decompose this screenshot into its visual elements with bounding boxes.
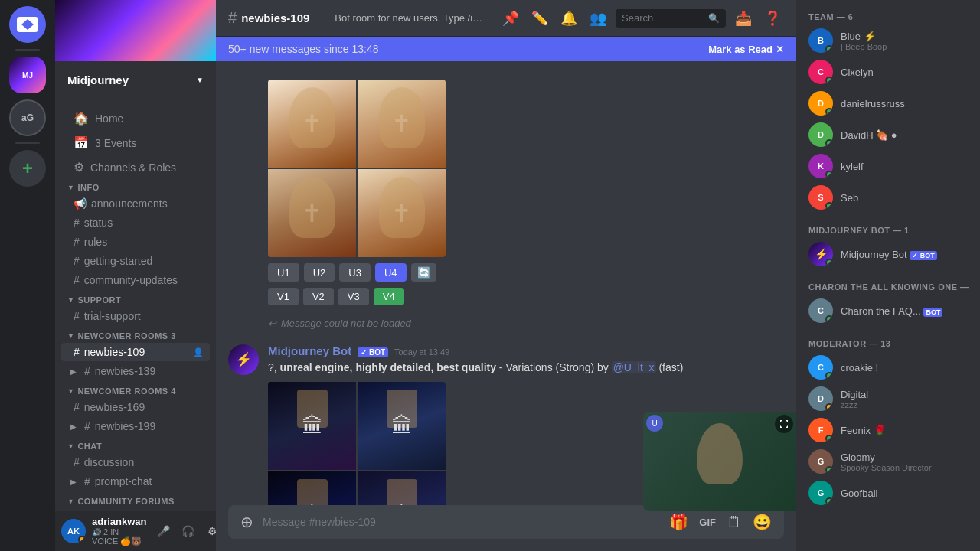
btn-v4-1[interactable]: V4 — [374, 288, 404, 305]
member-seb[interactable]: S Seb — [799, 182, 977, 213]
mark-as-read-button[interactable]: Mark as Read ✕ — [708, 44, 784, 55]
member-croakie-info: croakie ! — [841, 362, 971, 373]
charon-section-header: CHARON THE ALL KNOWING ONE — — [796, 270, 980, 295]
channel-newbies-199[interactable]: ▶ # newbies-199 — [61, 417, 210, 435]
current-user-avatar: AK — [61, 519, 86, 543]
search-icon: 🔍 — [708, 13, 720, 24]
edit-icon[interactable]: ✏️ — [528, 7, 551, 30]
user-controls: 🎤 🎧 ⚙ — [153, 520, 224, 542]
image-grid-fantasy — [268, 382, 446, 505]
btn-refresh-1[interactable]: 🔄 — [411, 263, 436, 282]
channel-community-updates[interactable]: # community-updates — [61, 271, 210, 289]
hash-icon-139: # — [84, 365, 90, 377]
member-daniel-info: danielrussruss — [841, 98, 971, 109]
nav-item-channels-roles[interactable]: ⚙ Channels & Roles — [61, 155, 210, 179]
nav-item-events[interactable]: 📅 3 Events — [61, 131, 210, 155]
right-sidebar: TEAM — 6 B Blue ⚡ | Beep Boop C Cixelyn … — [796, 0, 980, 551]
section-chat-header[interactable]: ▼ CHAT — [55, 439, 216, 452]
channel-newbies-109[interactable]: # newbies-109 👤 — [61, 343, 210, 361]
message-input[interactable] — [263, 516, 660, 528]
search-box[interactable]: 🔍 — [616, 9, 726, 28]
member-gloomy[interactable]: G Gloomy Spooky Season Director — [799, 446, 977, 477]
member-charon[interactable]: C Charon the FAQ... BOT — [799, 295, 977, 326]
btn-u1-1[interactable]: U1 — [268, 263, 299, 282]
notification-icon[interactable]: 🔔 — [557, 7, 580, 30]
member-digital-name: Digital — [841, 389, 971, 400]
add-server-button[interactable]: + — [9, 150, 46, 187]
video-expand-icon[interactable] — [775, 415, 793, 433]
member-kylelf[interactable]: K kylelf — [799, 151, 977, 181]
member-charon-status — [825, 315, 833, 323]
member-blue[interactable]: B Blue ⚡ | Beep Boop — [799, 25, 977, 56]
discord-home-button[interactable] — [9, 6, 46, 43]
sticker-icon[interactable]: 🗒 — [724, 510, 745, 534]
gif-icon[interactable]: GIF — [696, 514, 719, 531]
channel-newbies-169[interactable]: # newbies-169 — [61, 398, 210, 416]
channel-getting-started[interactable]: # getting-started — [61, 252, 210, 270]
message-group-1: U1 U2 U3 U4 🔄 V1 V2 V3 V4 — [228, 73, 784, 305]
members-icon[interactable]: 👥 — [586, 7, 609, 30]
image-cell-1 — [268, 80, 356, 168]
member-digital-avatar: D — [808, 386, 833, 411]
member-danielrussruss[interactable]: D danielrussruss — [799, 88, 977, 119]
member-davidh[interactable]: D DavidH 🍖 ● — [799, 119, 977, 150]
member-goofball[interactable]: G Goofball — [799, 478, 977, 508]
btn-v2-1[interactable]: V2 — [303, 288, 334, 305]
blue-badge: ⚡ — [864, 31, 876, 42]
member-croakie[interactable]: C croakie ! — [799, 352, 977, 383]
deafen-button[interactable]: 🎧 — [178, 520, 199, 542]
search-input[interactable] — [622, 12, 705, 24]
member-cixelyn[interactable]: C Cixelyn — [799, 57, 977, 87]
top-bar: # newbies-109 Bot room for new users. Ty… — [216, 0, 796, 37]
btn-u4-1[interactable]: U4 — [375, 263, 407, 282]
member-mj-bot[interactable]: ⚡ Midjourney Bot ✓ BOT — [799, 239, 977, 269]
user-mention[interactable]: @U_lt_x — [612, 361, 656, 373]
help-icon[interactable]: ❓ — [761, 7, 784, 30]
btn-v3-1[interactable]: V3 — [338, 288, 369, 305]
channel-announcements[interactable]: 📢 announcements — [61, 194, 210, 213]
collapsed-arrow-139: ▶ — [70, 367, 77, 376]
emoji-icon[interactable]: 😀 — [750, 510, 775, 534]
pin-icon[interactable]: 📌 — [499, 7, 522, 30]
channel-status[interactable]: # status — [61, 214, 210, 232]
fantasy-cell-4 — [358, 471, 446, 505]
add-attachment-icon[interactable]: ⊕ — [237, 510, 256, 534]
member-croakie-status — [825, 372, 833, 380]
mute-button[interactable]: 🎤 — [153, 520, 175, 542]
collapsed-arrow-pc: ▶ — [70, 478, 77, 486]
megaphone-icon: 📢 — [74, 197, 87, 210]
user-info: adriankwan 🔊 2 IN VOICE 🍊🐻 — [92, 516, 147, 546]
new-messages-banner[interactable]: 50+ new messages since 13:48 Mark as Rea… — [216, 37, 796, 61]
user-status-text: 🔊 2 IN VOICE 🍊🐻 — [92, 527, 147, 546]
server-header[interactable]: Midjourney ▼ — [55, 61, 216, 99]
section-community-forums-header[interactable]: ▼ COMMUNITY FORUMS — [55, 494, 216, 507]
section-newcomer-3-header[interactable]: ▼ NEWCOMER ROOMS 3 — [55, 328, 216, 342]
member-daniel-name: danielrussruss — [841, 98, 971, 109]
server-icon-ag[interactable]: aG — [9, 99, 46, 136]
channel-trial-support[interactable]: # trial-support — [61, 307, 210, 325]
member-mj-bot-avatar: ⚡ — [808, 242, 833, 266]
notice-text: Message could not be loaded — [281, 318, 411, 329]
section-support-header[interactable]: ▼ SUPPORT — [55, 292, 216, 306]
bot-badge: ✓ BOT — [358, 347, 388, 357]
gift-icon[interactable]: 🎁 — [666, 510, 691, 534]
member-feonix[interactable]: F Feonix 🌹 — [799, 415, 977, 445]
channel-newbies-139[interactable]: ▶ # newbies-139 — [61, 362, 210, 380]
channel-discussion[interactable]: # discussion — [61, 453, 210, 471]
section-newcomer-4-header[interactable]: ▼ NEWCOMER ROOMS 4 — [55, 383, 216, 397]
channel-rules[interactable]: # rules — [61, 233, 210, 251]
btn-u2-1[interactable]: U2 — [304, 263, 335, 282]
server-icon-midjourney[interactable]: MJ — [9, 57, 46, 93]
channel-prompt-chat[interactable]: ▶ # prompt-chat — [61, 472, 210, 491]
inbox-icon[interactable]: 📥 — [732, 7, 755, 30]
section-info-header[interactable]: ▼ INFO — [55, 180, 216, 194]
section-chat: ▼ CHAT # discussion ▶ # prompt-chat — [55, 439, 216, 491]
btn-v1-1[interactable]: V1 — [268, 288, 299, 305]
btn-u3-1[interactable]: U3 — [339, 263, 371, 282]
video-user-icon: U — [646, 415, 663, 432]
message-notice: ↩ Message could not be loaded — [268, 318, 784, 329]
nav-item-home[interactable]: 🏠 Home — [61, 106, 210, 130]
channel-hash-icon: # — [228, 9, 237, 27]
section-info: ▼ INFO 📢 announcements # status # rules … — [55, 180, 216, 289]
member-digital[interactable]: D Digital zzzz — [799, 383, 977, 414]
